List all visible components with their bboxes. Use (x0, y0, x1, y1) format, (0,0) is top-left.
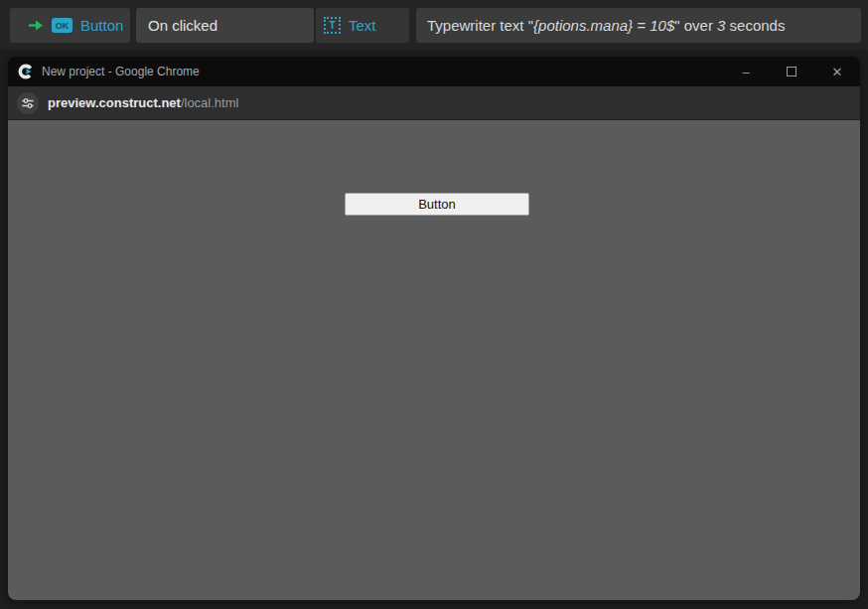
text-object-icon: T (324, 17, 341, 34)
event-action-object[interactable]: T Text (316, 8, 409, 43)
site-settings-button[interactable] (17, 92, 39, 114)
action-string-param: {potions.mana} = 10$ (533, 17, 674, 34)
minimize-button[interactable]: – (723, 57, 769, 86)
event-action-text[interactable]: Typewriter text "{potions.mana} = 10$" o… (416, 8, 861, 43)
close-button[interactable]: ✕ (814, 57, 860, 86)
action-label: Typewriter text "{potions.mana} = 10$" o… (427, 17, 785, 34)
condition-label: On clicked (148, 17, 217, 34)
url-display[interactable]: preview.construct.net/local.html (48, 95, 238, 110)
titlebar[interactable]: New project - Google Chrome – ✕ (8, 57, 860, 86)
event-sheet-row: OK Button On clicked T Text Typewriter t… (0, 0, 868, 50)
button-object-icon: OK (52, 18, 72, 33)
condition-object-name: Button (80, 17, 123, 34)
maximize-icon (787, 67, 796, 76)
url-domain: preview.construct.net (48, 95, 181, 110)
window-title: New project - Google Chrome (42, 65, 723, 78)
arrow-right-icon (28, 19, 44, 32)
maximize-button[interactable] (769, 57, 814, 86)
tune-icon (22, 97, 34, 109)
action-object-name: Text (349, 17, 376, 34)
addressbar: preview.construct.net/local.html (8, 86, 860, 120)
page-content: Button (8, 120, 860, 600)
construct-logo-icon (18, 64, 34, 79)
browser-window: New project - Google Chrome – ✕ preview.… (8, 57, 860, 600)
event-condition-object[interactable]: OK Button (10, 8, 130, 43)
page-button[interactable]: Button (345, 193, 529, 216)
event-condition-text[interactable]: On clicked (136, 8, 314, 43)
url-path: /local.html (181, 95, 239, 110)
window-controls: – ✕ (723, 57, 860, 86)
